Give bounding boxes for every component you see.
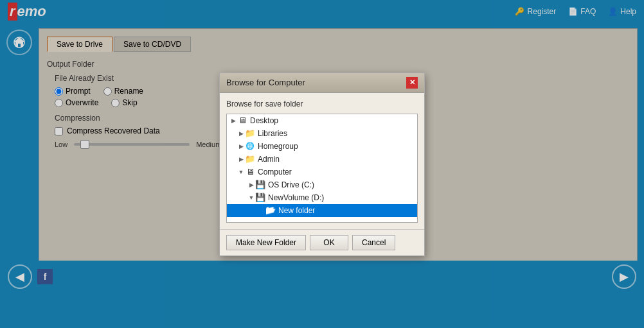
icon-desktop: 🖥 [237, 116, 247, 126]
make-new-folder-button[interactable]: Make New Folder [226, 235, 306, 250]
chevron-libraries: ▶ [237, 130, 245, 137]
cancel-button[interactable]: Cancel [352, 235, 395, 250]
dialog-titlebar: Browse for Computer ✕ [220, 73, 424, 93]
icon-admin: 📁 [245, 154, 255, 164]
tree-item-new-folder[interactable]: 📂 New folder [227, 204, 417, 217]
tree-item-os-drive[interactable]: ▶ 💾 OS Drive (C:) [227, 178, 417, 191]
tree-item-computer[interactable]: ▼ 🖥 Computer [227, 166, 417, 178]
tree-item-libraries[interactable]: ▶ 📁 Libraries [227, 127, 417, 140]
dialog-footer: Make New Folder OK Cancel [220, 229, 424, 255]
icon-computer: 🖥 [245, 167, 255, 177]
dialog-subtitle: Browse for save folder [226, 99, 418, 108]
chevron-new-folder [258, 207, 265, 214]
dialog-close-button[interactable]: ✕ [406, 77, 418, 89]
chevron-newvolume: ▼ [247, 194, 255, 202]
icon-homegroup: 🌐 [245, 141, 255, 151]
tree-item-newvolume[interactable]: ▼ 💾 NewVolume (D:) [227, 191, 417, 204]
ok-button[interactable]: OK [310, 235, 348, 250]
chevron-computer: ▼ [237, 168, 245, 176]
tree-item-desktop[interactable]: ▶ 🖥 Desktop [227, 114, 417, 127]
dialog-title: Browse for Computer [226, 78, 305, 87]
icon-os-drive: 💾 [255, 180, 265, 190]
icon-newvolume: 💾 [255, 193, 265, 203]
chevron-admin: ▶ [237, 155, 245, 163]
tree-item-homegroup[interactable]: ▶ 🌐 Homegroup [227, 140, 417, 153]
browse-dialog: Browse for Computer ✕ Browse for save fo… [219, 73, 425, 256]
chevron-homegroup: ▶ [237, 142, 245, 150]
chevron-desktop: ▶ [229, 117, 237, 125]
icon-new-folder: 📂 [265, 205, 276, 216]
chevron-os-drive: ▶ [247, 181, 255, 189]
tree-item-admin[interactable]: ▶ 📁 Admin [227, 153, 417, 166]
dialog-overlay: Browse for Computer ✕ Browse for save fo… [0, 0, 644, 328]
icon-libraries: 📁 [245, 128, 255, 139]
dialog-body: Browse for save folder ▶ 🖥 Desktop ▶ 📁 L… [220, 93, 424, 229]
file-tree[interactable]: ▶ 🖥 Desktop ▶ 📁 Libraries ▶ 🌐 Homegroup [226, 114, 418, 223]
